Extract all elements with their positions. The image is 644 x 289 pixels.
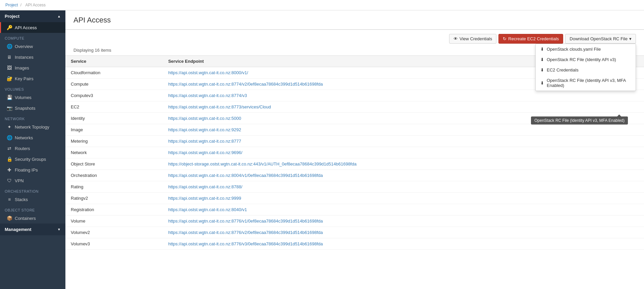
download-rc-button[interactable]: Download OpenStack RC File ▾ bbox=[565, 34, 636, 44]
sidebar-item-floating-ips[interactable]: ✚ Floating IPs bbox=[0, 164, 65, 175]
cell-service: Orchestration bbox=[65, 170, 163, 181]
cell-endpoint: https://api.ostst.wgtn.cat-it.co.nz:9999 bbox=[163, 193, 644, 204]
chevron-up-icon: ▲ bbox=[57, 14, 61, 18]
cell-service: Volume bbox=[65, 215, 163, 227]
sidebar-item-images[interactable]: 🖼 Images bbox=[0, 62, 65, 73]
recreate-ec2-button[interactable]: ↻ Recreate EC2 Credentials bbox=[498, 34, 563, 44]
cell-endpoint: https://api.ostst.wgtn.cat-it.co.nz:8004… bbox=[163, 170, 644, 181]
table-row: Volumev3https://api.ostst.wgtn.cat-it.co… bbox=[65, 238, 644, 250]
key-icon: 🔑 bbox=[7, 25, 12, 30]
download-icon-clouds: ⬇ bbox=[540, 47, 544, 52]
table-row: Ratingv2https://api.ostst.wgtn.cat-it.co… bbox=[65, 193, 644, 204]
sidebar-item-api-access[interactable]: 🔑 API Access bbox=[0, 22, 65, 33]
endpoint-link[interactable]: https://api.ostst.wgtn.cat-it.co.nz:8774… bbox=[168, 93, 247, 98]
sidebar-item-snapshots[interactable]: 📷 Snapshots bbox=[0, 103, 65, 113]
table-row: Volumehttps://api.ostst.wgtn.cat-it.co.n… bbox=[65, 215, 644, 227]
endpoint-link[interactable]: https://api.ostst.wgtn.cat-it.co.nz:9999 bbox=[168, 196, 241, 201]
keypair-icon: 🔐 bbox=[7, 76, 12, 81]
sidebar-category-volumes: Volumes bbox=[0, 85, 65, 92]
dropdown-item-rc-v3-mfa[interactable]: ⬇ OpenStack RC File (Identity API v3, MF… bbox=[536, 75, 636, 91]
sidebar-item-routers[interactable]: ⇄ Routers bbox=[0, 143, 65, 154]
table-row: Object Storehttps://object-storage.ostst… bbox=[65, 158, 644, 170]
download-icon-rc-v3: ⬇ bbox=[540, 57, 544, 62]
sidebar-item-instances[interactable]: 🖥 Instances bbox=[0, 52, 65, 62]
sidebar-category-orchestration: Orchestration bbox=[0, 187, 65, 194]
endpoint-link[interactable]: https://api.ostst.wgtn.cat-it.co.nz:8776… bbox=[168, 230, 323, 235]
ip-icon: ✚ bbox=[7, 167, 12, 173]
page-title: API Access bbox=[73, 16, 636, 25]
table-row: Registrationhttps://api.ostst.wgtn.cat-i… bbox=[65, 204, 644, 215]
stacks-icon: ≡ bbox=[7, 197, 12, 202]
endpoint-link[interactable]: https://api.ostst.wgtn.cat-it.co.nz:8788… bbox=[168, 184, 242, 189]
table-row: Orchestrationhttps://api.ostst.wgtn.cat-… bbox=[65, 170, 644, 181]
cell-endpoint: https://api.ostst.wgtn.cat-it.co.nz:9696… bbox=[163, 147, 644, 158]
sidebar-category-object-store: Object Store bbox=[0, 206, 65, 213]
cell-service: Metering bbox=[65, 136, 163, 147]
cell-endpoint: https://api.ostst.wgtn.cat-it.co.nz:8788… bbox=[163, 181, 644, 193]
view-credentials-button[interactable]: 👁 View Credentials bbox=[449, 34, 496, 44]
image-icon: 🖼 bbox=[7, 65, 12, 70]
endpoint-link[interactable]: https://api.ostst.wgtn.cat-it.co.nz:8777 bbox=[168, 139, 241, 144]
sidebar: Project ▲ 🔑 API Access Compute 🌐 Overvie… bbox=[0, 10, 65, 289]
table-row: Imagehttps://api.ostst.wgtn.cat-it.co.nz… bbox=[65, 124, 644, 136]
table-row: Computev3https://api.ostst.wgtn.cat-it.c… bbox=[65, 90, 644, 101]
sidebar-item-overview[interactable]: 🌐 Overview bbox=[0, 41, 65, 52]
sidebar-item-containers[interactable]: 📦 Containers bbox=[0, 213, 65, 224]
breadcrumb-project[interactable]: Project bbox=[5, 3, 18, 7]
sidebar-project-header[interactable]: Project ▲ bbox=[0, 10, 65, 22]
router-icon: ⇄ bbox=[7, 146, 12, 151]
breadcrumb-separator: / bbox=[20, 3, 21, 7]
cell-service: Volumev3 bbox=[65, 238, 163, 250]
endpoint-link[interactable]: https://api.ostst.wgtn.cat-it.co.nz:8776… bbox=[168, 241, 323, 246]
cell-service: EC2 bbox=[65, 101, 163, 113]
sidebar-item-stacks[interactable]: ≡ Stacks bbox=[0, 194, 65, 205]
eye-icon: 👁 bbox=[453, 36, 458, 41]
endpoint-link[interactable]: https://api.ostst.wgtn.cat-it.co.nz:5000 bbox=[168, 116, 241, 121]
dropdown-item-clouds-yaml[interactable]: ⬇ OpenStack clouds.yaml File bbox=[536, 44, 636, 54]
endpoint-link[interactable]: https://api.ostst.wgtn.cat-it.co.nz:8004… bbox=[168, 173, 323, 178]
snapshot-icon: 📷 bbox=[7, 105, 12, 111]
globe-icon: 🌐 bbox=[7, 44, 12, 49]
shield-icon: 🔒 bbox=[7, 156, 12, 162]
containers-icon: 📦 bbox=[7, 215, 12, 221]
cell-endpoint: https://object-storage.ostst.wgtn.cat-it… bbox=[163, 158, 644, 170]
endpoint-link[interactable]: https://api.ostst.wgtn.cat-it.co.nz:8000… bbox=[168, 70, 248, 75]
endpoint-link[interactable]: https://object-storage.ostst.wgtn.cat-it… bbox=[168, 161, 357, 166]
cell-endpoint: https://api.ostst.wgtn.cat-it.co.nz:8776… bbox=[163, 215, 644, 227]
endpoint-link[interactable]: https://api.ostst.wgtn.cat-it.co.nz:9696… bbox=[168, 150, 242, 155]
endpoint-link[interactable]: https://api.ostst.wgtn.cat-it.co.nz:8773… bbox=[168, 104, 271, 109]
table-row: Identityhttps://api.ostst.wgtn.cat-it.co… bbox=[65, 113, 644, 124]
sidebar-management-header[interactable]: Management ▼ bbox=[0, 224, 65, 235]
cell-endpoint: https://api.ostst.wgtn.cat-it.co.nz:8776… bbox=[163, 227, 644, 238]
chevron-down-icon: ▼ bbox=[57, 228, 61, 231]
table-row: Meteringhttps://api.ostst.wgtn.cat-it.co… bbox=[65, 136, 644, 147]
download-icon-ec2: ⬇ bbox=[540, 67, 544, 73]
endpoint-link[interactable]: https://api.ostst.wgtn.cat-it.co.nz:8774… bbox=[168, 82, 323, 87]
cell-endpoint: https://api.ostst.wgtn.cat-it.co.nz:8777 bbox=[163, 136, 644, 147]
sidebar-item-security-groups[interactable]: 🔒 Security Groups bbox=[0, 154, 65, 164]
refresh-icon: ↻ bbox=[503, 36, 506, 41]
cell-service: Cloudformation bbox=[65, 67, 163, 79]
endpoint-link[interactable]: https://api.ostst.wgtn.cat-it.co.nz:8040… bbox=[168, 207, 247, 212]
topology-icon: ✦ bbox=[7, 124, 12, 130]
cell-service: Rating bbox=[65, 181, 163, 193]
dropdown-item-rc-v3[interactable]: ⬇ OpenStack RC File (Identity API v3) bbox=[536, 54, 636, 65]
sidebar-item-volumes[interactable]: 💾 Volumes bbox=[0, 92, 65, 103]
sidebar-item-vpn[interactable]: 🛡 VPN bbox=[0, 175, 65, 186]
endpoint-link[interactable]: https://api.ostst.wgtn.cat-it.co.nz:8776… bbox=[168, 219, 323, 224]
endpoint-link[interactable]: https://api.ostst.wgtn.cat-it.co.nz:9292 bbox=[168, 127, 241, 132]
network-icon: 🌐 bbox=[7, 135, 12, 140]
volume-icon: 💾 bbox=[7, 95, 12, 100]
caret-down-icon: ▾ bbox=[629, 36, 632, 41]
dropdown-item-ec2-creds[interactable]: ⬇ EC2 Credentials bbox=[536, 65, 636, 75]
table-row: Volumev2https://api.ostst.wgtn.cat-it.co… bbox=[65, 227, 644, 238]
sidebar-item-network-topology[interactable]: ✦ Network Topology bbox=[0, 122, 65, 132]
breadcrumb: Project / API Access bbox=[0, 0, 644, 10]
table-row: Ratinghttps://api.ostst.wgtn.cat-it.co.n… bbox=[65, 181, 644, 193]
sidebar-item-keypairs[interactable]: 🔐 Key Pairs bbox=[0, 73, 65, 84]
sidebar-item-networks[interactable]: 🌐 Networks bbox=[0, 132, 65, 143]
download-icon-rc-mfa: ⬇ bbox=[540, 81, 544, 86]
cell-service: Computev3 bbox=[65, 90, 163, 101]
cell-service: Image bbox=[65, 124, 163, 136]
toolbar: 👁 View Credentials ↻ Recreate EC2 Creden… bbox=[65, 30, 644, 48]
